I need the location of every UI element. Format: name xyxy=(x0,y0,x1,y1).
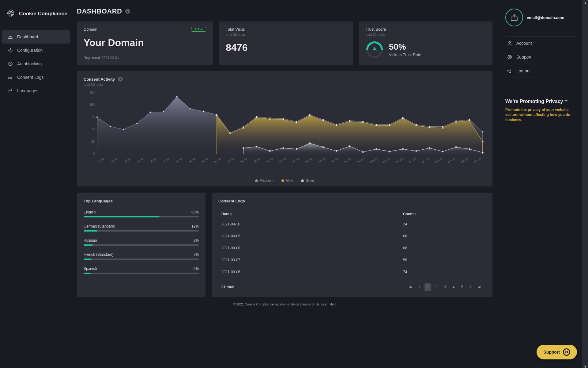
pager-page-5[interactable]: 5 xyxy=(459,283,466,291)
pager-page-1[interactable]: 1 xyxy=(424,283,431,291)
language-pct: 66% xyxy=(191,210,199,214)
svg-point-85 xyxy=(509,41,511,43)
pager-page-2[interactable]: 2 xyxy=(433,283,440,291)
language-name: Spanish xyxy=(84,266,97,271)
svg-point-19 xyxy=(163,111,164,113)
app-name: Cookie Compliance xyxy=(19,11,67,17)
log-count: 74 xyxy=(403,270,483,274)
pager-last[interactable]: ⏭ xyxy=(476,283,483,291)
support-fab[interactable]: Support xyxy=(537,345,577,359)
svg-point-79 xyxy=(429,148,430,149)
table-row: 2021-09-0968 xyxy=(218,230,486,242)
chart-title: Consent Activity xyxy=(84,77,115,82)
nav: DashboardConfigurationAutoblockingConsen… xyxy=(0,30,72,98)
svg-point-63 xyxy=(469,120,470,121)
flag-icon xyxy=(8,88,13,93)
svg-point-17 xyxy=(136,123,138,125)
svg-point-52 xyxy=(322,120,324,121)
svg-point-71 xyxy=(322,146,324,148)
language-row: Spanish6% xyxy=(84,266,199,274)
svg-point-16 xyxy=(123,129,125,130)
card-trust-pct: 50% xyxy=(389,43,421,51)
column-date-label: Date xyxy=(221,212,229,216)
user-menu-log-out[interactable]: Log out xyxy=(505,64,576,78)
svg-text:75: 75 xyxy=(91,115,95,119)
svg-point-45 xyxy=(229,133,231,134)
footer: © 2021 Cookie Compliance by Hu-manity.co… xyxy=(77,302,492,306)
card-trust-label: Trust Score xyxy=(366,27,486,32)
lifebuoy-icon xyxy=(563,348,570,356)
footer-terms[interactable]: Terms of Service xyxy=(302,302,327,306)
card-trust: Trust Score Last 30 days 50% Visitors Tr… xyxy=(359,21,492,65)
column-count[interactable]: Count⇅ xyxy=(403,212,483,216)
table-row: 2021-09-0758 xyxy=(218,254,486,266)
language-row: English66% xyxy=(84,210,199,217)
svg-text:100: 100 xyxy=(89,103,95,106)
svg-point-54 xyxy=(349,121,351,122)
card-domain-value: Your Domain xyxy=(84,37,206,48)
language-row: Russian8% xyxy=(84,238,199,246)
info-icon[interactable]: i xyxy=(118,77,123,82)
sidebar-item-label: Autoblocking xyxy=(17,61,42,66)
svg-point-69 xyxy=(296,148,297,150)
sidebar-item-dashboard[interactable]: Dashboard xyxy=(2,30,70,44)
pager-page-4[interactable]: 4 xyxy=(450,283,457,291)
scroll-up-icon[interactable]: ▲ xyxy=(583,1,586,4)
sidebar-item-label: Languages xyxy=(17,88,38,93)
pager-page-3[interactable]: 3 xyxy=(442,283,448,291)
info-icon[interactable]: i xyxy=(125,9,130,14)
pager-first[interactable]: ⏮ xyxy=(407,283,414,291)
column-count-label: Count xyxy=(403,212,414,216)
language-name: Russian xyxy=(84,238,97,243)
user-menu-label: Support xyxy=(516,55,531,59)
svg-point-78 xyxy=(416,150,417,152)
sort-icon: ⇅ xyxy=(230,213,232,216)
lifebuoy-icon xyxy=(507,55,512,59)
card-domain-label: Domain xyxy=(84,27,97,32)
scrollbar[interactable]: ▲ ▼ xyxy=(582,0,588,368)
table-row: 2021-09-0674 xyxy=(218,266,486,278)
svg-point-83 xyxy=(482,152,484,153)
avatar[interactable] xyxy=(505,9,523,26)
languages-title: Top Languages xyxy=(84,199,199,203)
svg-point-82 xyxy=(469,148,470,150)
svg-point-75 xyxy=(375,148,377,150)
panel-consent-logs: Consent Logs Date⇅ Count⇅ 2021-09-102420… xyxy=(212,193,492,297)
footer-help[interactable]: Help xyxy=(330,302,337,306)
panel-languages: Top Languages English66%German (Standard… xyxy=(77,193,205,297)
sidebar-item-autoblocking[interactable]: Autoblocking xyxy=(2,57,70,71)
upload-icon xyxy=(510,13,518,22)
svg-point-66 xyxy=(256,146,258,148)
pager-prev[interactable]: ‹ xyxy=(416,283,423,291)
page-title: DASHBOARD i xyxy=(77,7,492,15)
log-count: 58 xyxy=(403,258,483,262)
user-menu-support[interactable]: Support xyxy=(505,50,576,64)
svg-point-0 xyxy=(10,50,11,51)
svg-point-18 xyxy=(149,112,151,113)
sidebar-item-configuration[interactable]: Configuration xyxy=(2,44,70,57)
svg-point-77 xyxy=(402,148,404,150)
scroll-down-icon[interactable]: ▼ xyxy=(583,364,586,367)
sidebar-item-consent-logs[interactable]: Consent Logs xyxy=(2,71,70,84)
user-menu-account[interactable]: Account xyxy=(505,36,576,50)
card-visits-value: 8476 xyxy=(226,42,346,53)
language-pct: 12% xyxy=(191,224,199,228)
table-row: 2021-09-0866 xyxy=(218,242,486,254)
pager-next[interactable]: › xyxy=(467,283,474,291)
svg-point-74 xyxy=(362,151,364,153)
svg-point-55 xyxy=(362,122,364,123)
svg-point-51 xyxy=(309,115,311,117)
language-name: English xyxy=(84,210,96,214)
gauge-icon xyxy=(8,34,13,39)
svg-point-62 xyxy=(455,121,457,123)
page-title-text: DASHBOARD xyxy=(77,7,122,15)
card-domain-registered: Registered: 2021-02-01 xyxy=(84,56,206,59)
column-date[interactable]: Date⇅ xyxy=(221,212,403,216)
svg-marker-7 xyxy=(373,47,377,51)
language-row: German (Standard)12% xyxy=(84,224,199,232)
svg-point-87 xyxy=(509,56,511,58)
sidebar-item-languages[interactable]: Languages xyxy=(2,84,70,98)
chart-legend: Platinium Gold Silver xyxy=(84,178,486,182)
legend-platinum: Platinium xyxy=(260,178,273,182)
sidebar: Cookie Compliance DashboardConfiguration… xyxy=(0,0,72,368)
